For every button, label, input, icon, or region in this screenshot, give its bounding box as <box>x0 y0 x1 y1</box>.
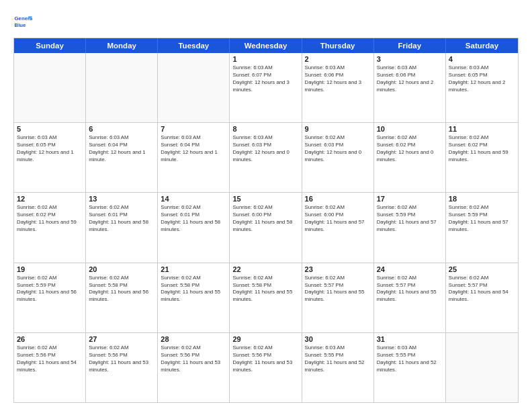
day-info: Sunrise: 6:02 AMSunset: 6:02 PMDaylight:… <box>449 134 515 164</box>
day-number: 19 <box>17 265 83 273</box>
day-cell: 23Sunrise: 6:02 AMSunset: 5:57 PMDayligh… <box>302 263 374 332</box>
day-info: Sunrise: 6:03 AMSunset: 6:06 PMDaylight:… <box>305 64 371 94</box>
day-number: 22 <box>232 265 298 273</box>
day-number: 4 <box>449 55 515 63</box>
day-number: 29 <box>232 335 298 343</box>
calendar-row: 19Sunrise: 6:02 AMSunset: 5:59 PMDayligh… <box>14 263 518 332</box>
day-cell: 3Sunrise: 6:03 AMSunset: 6:06 PMDaylight… <box>374 53 446 122</box>
day-number: 6 <box>89 125 154 133</box>
day-info: Sunrise: 6:02 AMSunset: 6:00 PMDaylight:… <box>305 204 371 234</box>
day-cell: 15Sunrise: 6:02 AMSunset: 6:00 PMDayligh… <box>230 193 302 262</box>
weekday-header: Thursday <box>302 38 374 53</box>
day-cell: 28Sunrise: 6:02 AMSunset: 5:56 PMDayligh… <box>158 333 230 402</box>
day-info: Sunrise: 6:02 AMSunset: 6:03 PMDaylight:… <box>305 134 371 164</box>
day-cell: 27Sunrise: 6:02 AMSunset: 5:56 PMDayligh… <box>86 333 158 402</box>
day-cell: 8Sunrise: 6:03 AMSunset: 6:03 PMDaylight… <box>230 123 302 192</box>
day-cell: 30Sunrise: 6:03 AMSunset: 5:55 PMDayligh… <box>302 333 374 402</box>
day-cell: 31Sunrise: 6:03 AMSunset: 5:55 PMDayligh… <box>374 333 446 402</box>
day-info: Sunrise: 6:03 AMSunset: 6:04 PMDaylight:… <box>89 134 154 164</box>
calendar-row: 5Sunrise: 6:03 AMSunset: 6:05 PMDaylight… <box>14 122 518 192</box>
day-number: 13 <box>89 195 154 203</box>
day-cell: 12Sunrise: 6:02 AMSunset: 6:02 PMDayligh… <box>14 193 86 262</box>
day-cell: 18Sunrise: 6:02 AMSunset: 5:59 PMDayligh… <box>446 193 518 262</box>
day-number: 25 <box>449 265 515 273</box>
logo-icon: General Blue <box>13 12 32 31</box>
day-info: Sunrise: 6:02 AMSunset: 5:56 PMDaylight:… <box>17 345 83 374</box>
day-cell: 20Sunrise: 6:02 AMSunset: 5:58 PMDayligh… <box>86 263 158 332</box>
day-number: 28 <box>161 335 226 343</box>
day-number: 7 <box>161 125 226 133</box>
day-number: 23 <box>305 265 371 273</box>
day-number: 14 <box>161 195 226 203</box>
day-info: Sunrise: 6:03 AMSunset: 5:55 PMDaylight:… <box>305 345 371 374</box>
day-number: 27 <box>89 335 154 343</box>
day-number: 16 <box>305 195 371 203</box>
day-number: 15 <box>232 195 298 203</box>
day-number: 9 <box>305 125 371 133</box>
day-info: Sunrise: 6:02 AMSunset: 6:02 PMDaylight:… <box>17 204 83 234</box>
empty-cell <box>14 53 86 122</box>
empty-cell <box>86 53 158 122</box>
day-number: 17 <box>377 195 443 203</box>
day-info: Sunrise: 6:03 AMSunset: 6:05 PMDaylight:… <box>449 64 515 94</box>
weekday-header: Saturday <box>446 38 518 53</box>
calendar-header: SundayMondayTuesdayWednesdayThursdayFrid… <box>14 38 518 53</box>
day-info: Sunrise: 6:02 AMSunset: 5:59 PMDaylight:… <box>17 275 83 304</box>
weekday-header: Monday <box>86 38 158 53</box>
day-number: 30 <box>305 335 371 343</box>
day-cell: 13Sunrise: 6:02 AMSunset: 6:01 PMDayligh… <box>86 193 158 262</box>
day-number: 8 <box>232 125 298 133</box>
calendar-row: 26Sunrise: 6:02 AMSunset: 5:56 PMDayligh… <box>14 332 518 402</box>
day-info: Sunrise: 6:03 AMSunset: 6:07 PMDaylight:… <box>232 64 298 94</box>
day-cell: 29Sunrise: 6:02 AMSunset: 5:56 PMDayligh… <box>230 333 302 402</box>
day-cell: 17Sunrise: 6:02 AMSunset: 5:59 PMDayligh… <box>374 193 446 262</box>
calendar-row: 12Sunrise: 6:02 AMSunset: 6:02 PMDayligh… <box>14 192 518 262</box>
weekday-header: Friday <box>374 38 446 53</box>
day-cell: 9Sunrise: 6:02 AMSunset: 6:03 PMDaylight… <box>302 123 374 192</box>
day-number: 11 <box>449 125 515 133</box>
day-info: Sunrise: 6:02 AMSunset: 5:59 PMDaylight:… <box>377 204 443 234</box>
day-info: Sunrise: 6:02 AMSunset: 5:59 PMDaylight:… <box>449 204 515 234</box>
day-cell: 21Sunrise: 6:02 AMSunset: 5:58 PMDayligh… <box>158 263 230 332</box>
day-cell: 11Sunrise: 6:02 AMSunset: 6:02 PMDayligh… <box>446 123 518 192</box>
day-info: Sunrise: 6:03 AMSunset: 6:04 PMDaylight:… <box>161 134 226 164</box>
day-info: Sunrise: 6:02 AMSunset: 6:01 PMDaylight:… <box>161 204 226 234</box>
day-info: Sunrise: 6:02 AMSunset: 5:58 PMDaylight:… <box>89 275 154 304</box>
day-number: 10 <box>377 125 443 133</box>
logo: General Blue <box>13 12 36 31</box>
day-info: Sunrise: 6:02 AMSunset: 5:56 PMDaylight:… <box>232 345 298 374</box>
empty-cell <box>158 53 230 122</box>
day-number: 3 <box>377 55 443 63</box>
day-info: Sunrise: 6:02 AMSunset: 6:01 PMDaylight:… <box>89 204 154 234</box>
day-info: Sunrise: 6:02 AMSunset: 5:57 PMDaylight:… <box>305 275 371 304</box>
day-info: Sunrise: 6:03 AMSunset: 5:55 PMDaylight:… <box>377 345 443 374</box>
calendar-row: 1Sunrise: 6:03 AMSunset: 6:07 PMDaylight… <box>14 53 518 122</box>
day-cell: 10Sunrise: 6:02 AMSunset: 6:02 PMDayligh… <box>374 123 446 192</box>
day-cell: 16Sunrise: 6:02 AMSunset: 6:00 PMDayligh… <box>302 193 374 262</box>
day-number: 12 <box>17 195 83 203</box>
day-cell: 14Sunrise: 6:02 AMSunset: 6:01 PMDayligh… <box>158 193 230 262</box>
day-number: 26 <box>17 335 83 343</box>
day-cell: 19Sunrise: 6:02 AMSunset: 5:59 PMDayligh… <box>14 263 86 332</box>
calendar: SundayMondayTuesdayWednesdayThursdayFrid… <box>13 38 519 403</box>
day-number: 24 <box>377 265 443 273</box>
day-info: Sunrise: 6:02 AMSunset: 5:56 PMDaylight:… <box>161 345 226 374</box>
calendar-body: 1Sunrise: 6:03 AMSunset: 6:07 PMDaylight… <box>14 53 518 402</box>
day-cell: 4Sunrise: 6:03 AMSunset: 6:05 PMDaylight… <box>446 53 518 122</box>
day-number: 20 <box>89 265 154 273</box>
day-cell: 26Sunrise: 6:02 AMSunset: 5:56 PMDayligh… <box>14 333 86 402</box>
day-info: Sunrise: 6:03 AMSunset: 6:05 PMDaylight:… <box>17 134 83 164</box>
day-cell: 2Sunrise: 6:03 AMSunset: 6:06 PMDaylight… <box>302 53 374 122</box>
day-number: 21 <box>161 265 226 273</box>
day-info: Sunrise: 6:02 AMSunset: 5:58 PMDaylight:… <box>232 275 298 304</box>
day-cell: 25Sunrise: 6:02 AMSunset: 5:57 PMDayligh… <box>446 263 518 332</box>
day-cell: 6Sunrise: 6:03 AMSunset: 6:04 PMDaylight… <box>86 123 158 192</box>
day-info: Sunrise: 6:03 AMSunset: 6:06 PMDaylight:… <box>377 64 443 94</box>
day-cell: 7Sunrise: 6:03 AMSunset: 6:04 PMDaylight… <box>158 123 230 192</box>
day-info: Sunrise: 6:03 AMSunset: 6:03 PMDaylight:… <box>232 134 298 164</box>
day-info: Sunrise: 6:02 AMSunset: 5:57 PMDaylight:… <box>377 275 443 304</box>
day-cell: 24Sunrise: 6:02 AMSunset: 5:57 PMDayligh… <box>374 263 446 332</box>
svg-text:Blue: Blue <box>15 22 27 28</box>
day-info: Sunrise: 6:02 AMSunset: 5:56 PMDaylight:… <box>89 345 154 374</box>
day-info: Sunrise: 6:02 AMSunset: 5:57 PMDaylight:… <box>449 275 515 304</box>
